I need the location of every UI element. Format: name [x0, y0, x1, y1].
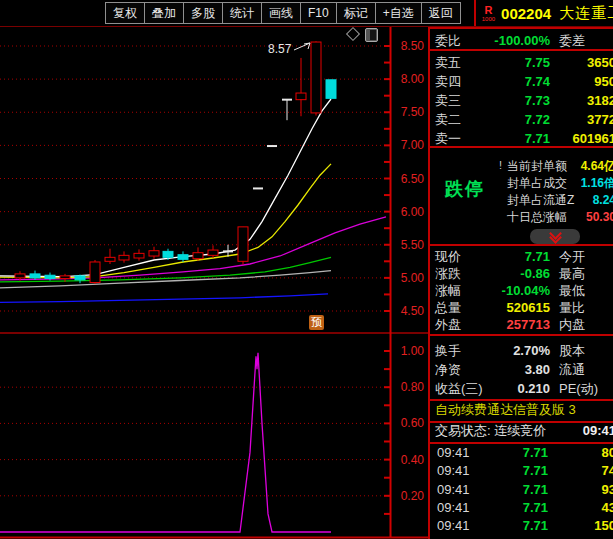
stock-code: 002204 [501, 5, 551, 22]
svg-text:6.50: 6.50 [401, 172, 425, 186]
toolbar-button-6[interactable]: 标记 [336, 2, 376, 24]
quote-value: 7.71 [525, 248, 550, 265]
panel-divider-3 [430, 334, 613, 336]
tick-time: 09:41 [437, 444, 470, 461]
toolbar-button-8[interactable]: 返回 [421, 2, 461, 24]
quote-label: 外盘 [435, 316, 461, 333]
svg-text:1.00: 1.00 [401, 344, 425, 358]
tick-price: 7.71 [523, 481, 548, 498]
svg-text:7.50: 7.50 [401, 105, 425, 119]
seal-info-row-1: 封单占成交1.16倍 [430, 175, 613, 191]
seal-info-value: 8.24 [593, 192, 613, 208]
svg-text:8.00: 8.00 [401, 72, 425, 86]
seal-info-value: 50.30 [586, 209, 613, 225]
toolbar-button-5[interactable]: F10 [300, 2, 337, 24]
ask-price: 7.75 [525, 54, 550, 71]
seal-info-label: 十日总涨幅 [507, 209, 567, 225]
quote-row-0: 现价7.71今开 [430, 248, 613, 265]
ask-row-1[interactable]: 卖一7.71601961 [430, 130, 613, 147]
finance-value: 3.80 [525, 361, 550, 378]
weibi-value: -100.00% [494, 32, 550, 49]
level-r-logo-icon: R 1000 [482, 5, 495, 22]
seal-info-row-2: 封单占流通Z8.24 [430, 192, 613, 208]
ma-white [0, 99, 331, 277]
svg-text:0.20: 0.20 [401, 489, 425, 503]
tick-row-2[interactable]: 09:417.7193 [430, 481, 613, 498]
ask-volume: 3182 [587, 92, 613, 109]
info-panel-icon[interactable] [365, 28, 378, 42]
trade-status-time: 09:41 [583, 422, 613, 440]
svg-text:0.80: 0.80 [401, 380, 425, 394]
toolbar-button-2[interactable]: 多股 [183, 2, 223, 24]
ask-row-5[interactable]: 卖五7.753650 [430, 54, 613, 71]
quote-label: 总量 [435, 299, 461, 316]
finance-row-2: 收益(三)0.210PE(动) [430, 380, 613, 397]
quote-row-3: 总量520615量比 [430, 299, 613, 316]
toolbar-button-1[interactable]: 叠加 [144, 2, 184, 24]
quote-value: -0.86 [520, 265, 550, 282]
ask-row-2[interactable]: 卖二7.723772 [430, 111, 613, 128]
ask-row-4[interactable]: 卖四7.74950 [430, 73, 613, 90]
trading-app-window: 8.508.007.507.006.506.005.505.004.501.00… [0, 0, 613, 539]
finance-value: 2.70% [513, 342, 550, 359]
quote-label: 涨跌 [435, 265, 461, 282]
finance-label2: 流通 [559, 361, 585, 378]
quote-value: 257713 [507, 316, 550, 333]
svg-text:5.00: 5.00 [401, 271, 425, 285]
toolbar-divider [474, 0, 476, 26]
ask-label: 卖一 [435, 130, 461, 147]
svg-text:6.00: 6.00 [401, 205, 425, 219]
ask-price: 7.72 [525, 111, 550, 128]
quote-label2: 最高 [559, 265, 585, 282]
finance-label: 收益(三) [435, 380, 483, 397]
toolbar-button-3[interactable]: 统计 [222, 2, 262, 24]
seal-info-row-0: 当前封单额4.64亿 [430, 158, 613, 174]
quote-label: 现价 [435, 248, 461, 265]
quote-panel: 委比-100.00%委差卖五7.753650卖四7.74950卖三7.73318… [428, 27, 613, 539]
ma-yellow [0, 164, 331, 278]
finance-label: 净资 [435, 361, 461, 378]
quote-row-4: 外盘257713内盘 [430, 316, 613, 333]
tick-volume: 202 [594, 536, 613, 539]
ask-price: 7.71 [525, 130, 550, 147]
svg-text:4.50: 4.50 [401, 304, 425, 318]
quote-label2: 最低 [559, 282, 585, 299]
finance-label2: PE(动) [559, 380, 598, 397]
seal-info-value: 1.16倍 [581, 175, 613, 191]
alert-yu-badge[interactable]: 预 [309, 315, 324, 330]
ask-volume: 601961 [573, 130, 613, 147]
finance-value: 0.210 [517, 380, 550, 397]
promo-banner[interactable]: 自动续费通达信普及版 3 [435, 401, 576, 419]
toolbar-button-4[interactable]: 画线 [261, 2, 301, 24]
tick-volume: 43 [602, 499, 613, 516]
tick-row-0[interactable]: 09:417.7180 [430, 444, 613, 461]
tick-row-3[interactable]: 09:417.7143 [430, 499, 613, 516]
weibi-row: 委比-100.00%委差 [430, 32, 613, 49]
stock-name: 大连重工 [559, 4, 613, 23]
ask-price: 7.73 [525, 92, 550, 109]
tick-volume: 74 [602, 462, 613, 479]
ask-volume: 950 [594, 73, 613, 90]
seal-info-value: 4.64亿 [581, 158, 613, 174]
panel-divider-2 [430, 244, 613, 246]
tick-row-4[interactable]: 09:417.71150 [430, 517, 613, 534]
ask-row-3[interactable]: 卖三7.733182 [430, 92, 613, 109]
toolbar-button-7[interactable]: +自选 [375, 2, 422, 24]
ask-price: 7.74 [525, 73, 550, 90]
tick-row-1[interactable]: 09:417.7174 [430, 462, 613, 479]
tick-price: 7.71 [523, 444, 548, 461]
tick-price: 7.71 [523, 499, 548, 516]
tick-row-5[interactable]: 09:417.71202 [430, 536, 613, 539]
trade-status-row: 交易状态: 连续竞价09:41 [430, 422, 613, 440]
quote-value: -10.04% [502, 282, 550, 299]
tick-time: 09:41 [437, 499, 470, 516]
tick-volume: 150 [594, 517, 613, 534]
ma-blue [0, 294, 328, 303]
expand-chevron-button[interactable] [530, 229, 580, 244]
trade-status-label: 交易状态: 连续竞价 [435, 422, 546, 440]
ask-label: 卖三 [435, 92, 461, 109]
svg-text:0.60: 0.60 [401, 416, 425, 430]
toolbar-button-0[interactable]: 复权 [105, 2, 145, 24]
ask-label: 卖四 [435, 73, 461, 90]
svg-text:5.50: 5.50 [401, 238, 425, 252]
